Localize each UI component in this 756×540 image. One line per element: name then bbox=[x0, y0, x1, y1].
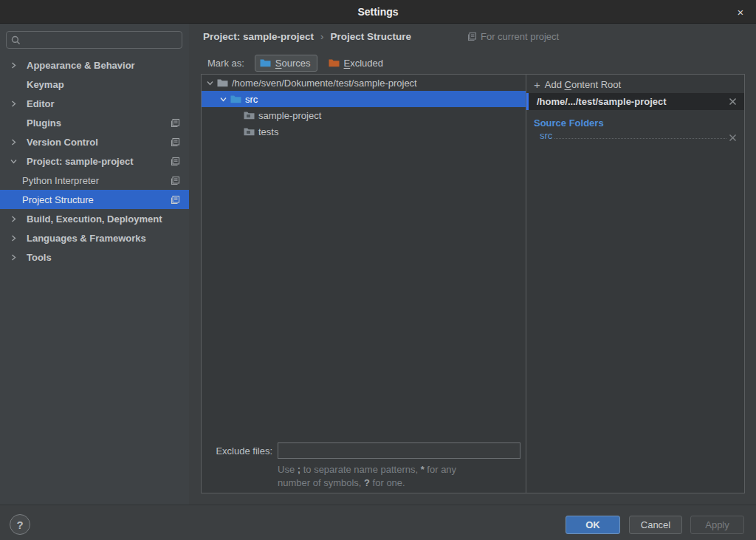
per-project-icon bbox=[467, 32, 477, 41]
project-structure-panel: /home/sven/Dokumente/test/sample-project… bbox=[201, 74, 745, 493]
search-icon bbox=[11, 35, 21, 45]
breadcrumb: Project: sample-project › Project Struct… bbox=[203, 28, 411, 44]
sidebar-nav: Appearance & Behavior Keymap Editor Plug… bbox=[0, 55, 189, 267]
per-project-icon bbox=[171, 176, 180, 185]
close-icon[interactable]: × bbox=[731, 0, 750, 24]
chevron-right-icon bbox=[10, 100, 21, 107]
folder-icon bbox=[244, 111, 255, 120]
sidebar-item-editor[interactable]: Editor bbox=[0, 94, 189, 113]
source-folder-icon bbox=[230, 95, 241, 103]
content-root-path: /home/.../test/sample-project bbox=[537, 96, 667, 107]
chevron-right-icon bbox=[10, 62, 21, 69]
sidebar-item-project-structure[interactable]: Project Structure bbox=[0, 190, 189, 209]
tree-row-src[interactable]: src bbox=[202, 91, 526, 107]
sidebar-item-tools[interactable]: Tools bbox=[0, 247, 189, 267]
per-project-icon bbox=[171, 195, 180, 205]
remove-source-folder-icon[interactable] bbox=[729, 134, 737, 142]
excluded-folder-icon bbox=[329, 58, 340, 67]
sidebar-item-version-control[interactable]: Version Control bbox=[0, 132, 189, 151]
plus-icon: + bbox=[534, 78, 540, 91]
mark-excluded-button[interactable]: Excluded bbox=[323, 55, 390, 72]
breadcrumb-separator: › bbox=[320, 31, 323, 42]
add-content-root-button[interactable]: + Add Content Root bbox=[526, 76, 744, 92]
window-titlebar: Settings × bbox=[0, 0, 756, 24]
chevron-down-icon bbox=[220, 96, 230, 103]
exclude-files-label: Exclude files: bbox=[202, 445, 272, 457]
sidebar-item-languages-frameworks[interactable]: Languages & Frameworks bbox=[0, 228, 189, 247]
apply-button[interactable]: Apply bbox=[690, 516, 744, 534]
exclude-files-input[interactable] bbox=[278, 442, 520, 459]
per-project-icon bbox=[171, 118, 180, 128]
chevron-right-icon bbox=[10, 254, 21, 261]
source-folder-icon bbox=[260, 58, 271, 67]
chevron-right-icon bbox=[10, 139, 21, 146]
breadcrumb-project: Project: sample-project bbox=[203, 31, 314, 42]
help-button[interactable]: ? bbox=[10, 514, 30, 535]
sidebar-item-build-execution-deployment[interactable]: Build, Execution, Deployment bbox=[0, 209, 189, 228]
chevron-right-icon bbox=[10, 216, 21, 222]
for-current-project-note: For current project bbox=[467, 28, 559, 44]
search-field[interactable] bbox=[24, 35, 172, 46]
exclude-files-block: Exclude files: Use ; to separate name pa… bbox=[202, 442, 526, 490]
sidebar-item-appearance-behavior[interactable]: Appearance & Behavior bbox=[0, 55, 189, 75]
content-tree: /home/sven/Dokumente/test/sample-project… bbox=[202, 75, 526, 493]
breadcrumb-page: Project Structure bbox=[330, 31, 411, 42]
sidebar-item-plugins[interactable]: Plugins bbox=[0, 113, 189, 132]
folder-icon bbox=[244, 127, 255, 136]
dialog-footer: ? OK Cancel Apply bbox=[0, 505, 756, 540]
mark-sources-button[interactable]: Sources bbox=[255, 55, 317, 72]
chevron-down-icon bbox=[10, 158, 21, 165]
exclude-files-hint: Use ; to separate name patterns, * for a… bbox=[278, 463, 521, 490]
tree-row-content-root[interactable]: /home/sven/Dokumente/test/sample-project bbox=[202, 75, 526, 91]
tree-row-sample-project[interactable]: sample-project bbox=[202, 107, 526, 123]
sidebar-item-project-sample-project[interactable]: Project: sample-project bbox=[0, 151, 189, 171]
settings-sidebar: Appearance & Behavior Keymap Editor Plug… bbox=[0, 24, 189, 505]
source-folder-row[interactable]: src bbox=[540, 130, 737, 145]
content-root-row[interactable]: /home/.../test/sample-project bbox=[526, 93, 744, 110]
ok-button[interactable]: OK bbox=[566, 516, 620, 534]
sidebar-item-keymap[interactable]: Keymap bbox=[0, 75, 189, 94]
chevron-down-icon bbox=[207, 80, 217, 86]
mark-as-toolbar: Mark as: Sources Excluded bbox=[207, 53, 390, 72]
content-roots-pane: + Add Content Root /home/.../test/sample… bbox=[526, 75, 744, 493]
sidebar-item-python-interpreter[interactable]: Python Interpreter bbox=[0, 171, 189, 190]
per-project-icon bbox=[171, 137, 180, 147]
dotted-leader bbox=[554, 138, 726, 139]
source-folders-heading: Source Folders bbox=[534, 117, 744, 129]
source-folder-name: src bbox=[540, 130, 552, 141]
per-project-icon bbox=[171, 157, 180, 166]
tree-row-tests[interactable]: tests bbox=[202, 123, 526, 140]
folder-icon bbox=[217, 78, 228, 87]
cancel-button[interactable]: Cancel bbox=[629, 516, 682, 534]
chevron-right-icon bbox=[10, 235, 21, 242]
question-mark-icon: ? bbox=[16, 519, 23, 531]
remove-content-root-icon[interactable] bbox=[729, 98, 737, 106]
search-input[interactable] bbox=[6, 31, 182, 49]
window-title: Settings bbox=[357, 6, 398, 18]
mark-as-label: Mark as: bbox=[207, 58, 244, 69]
